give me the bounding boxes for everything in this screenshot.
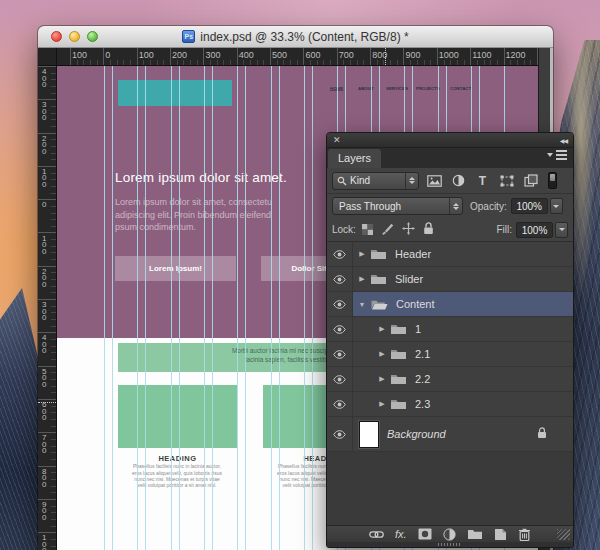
layer-name: Background	[387, 428, 446, 440]
layer-name: Header	[395, 248, 431, 260]
layer-row-background[interactable]: Background	[327, 417, 573, 452]
guide-line[interactable]	[304, 66, 305, 550]
ruler-v-label: 8 0 0	[42, 469, 46, 489]
smart-object-filter-icon[interactable]	[522, 173, 539, 189]
expand-arrow-icon[interactable]: ▶	[377, 400, 387, 408]
pixel-filter-icon[interactable]	[426, 173, 443, 189]
new-group-icon[interactable]	[467, 528, 483, 540]
expand-arrow-icon[interactable]: ▶	[377, 375, 387, 383]
layer-row-2-3[interactable]: ▶2.3	[327, 392, 573, 417]
guide-line[interactable]	[204, 66, 205, 550]
visibility-toggle[interactable]	[327, 392, 353, 416]
design-hero-heading: Lorem ipsum dolor sit amet.	[115, 170, 287, 185]
ruler-origin-corner[interactable]	[38, 48, 57, 66]
blend-mode-dropdown[interactable]: Pass Through	[332, 197, 463, 215]
layer-row-body[interactable]: ▶Slider	[353, 267, 573, 291]
layer-row-2-2[interactable]: ▶2.2	[327, 367, 573, 392]
new-adjustment-layer-icon[interactable]	[443, 528, 456, 541]
link-layers-icon[interactable]	[369, 530, 384, 539]
tab-layers[interactable]: Layers	[328, 149, 381, 168]
fill-value-field[interactable]: 100%	[516, 222, 553, 238]
kind-filter-dropdown[interactable]: Kind	[332, 172, 419, 190]
panel-bottom-grip[interactable]	[327, 542, 573, 547]
layer-row-body[interactable]: ▼Content	[353, 292, 573, 316]
collapse-arrow-icon[interactable]: ▼	[357, 301, 367, 308]
ruler-v-label: 0	[42, 202, 46, 209]
expand-arrow-icon[interactable]: ▶	[357, 275, 367, 283]
ruler-h-label: 500	[272, 50, 287, 60]
vertical-ruler[interactable]: 4 0 03 0 02 0 01 0 001 0 02 0 03 0 04 0 …	[38, 66, 57, 550]
ruler-h-label: 100	[72, 50, 87, 60]
guide-line[interactable]	[179, 66, 180, 550]
expand-arrow-icon[interactable]: ▶	[377, 325, 387, 333]
window-titlebar[interactable]: Ps index.psd @ 33.3% (Content, RGB/8) *	[38, 26, 553, 48]
filter-toggle-switch[interactable]	[548, 172, 557, 189]
panel-resize-grip[interactable]	[557, 529, 570, 540]
visibility-toggle[interactable]	[327, 292, 353, 316]
guide-line[interactable]	[245, 66, 246, 550]
layer-thumbnail	[359, 421, 379, 448]
layer-row-body[interactable]: Background	[353, 417, 573, 451]
guide-line[interactable]	[237, 66, 238, 550]
layer-row-2-1[interactable]: ▶2.1	[327, 342, 573, 367]
guide-line[interactable]	[279, 66, 280, 550]
ruler-v-label: 4 0 0	[42, 335, 46, 355]
guide-line[interactable]	[145, 66, 146, 550]
visibility-toggle[interactable]	[327, 267, 353, 291]
visibility-toggle[interactable]	[327, 242, 353, 266]
visibility-toggle[interactable]	[327, 417, 353, 451]
lock-all-icon[interactable]	[423, 221, 434, 239]
layer-row-header[interactable]: ▶Header	[327, 242, 573, 267]
layer-row-body[interactable]: ▶2.1	[353, 342, 573, 366]
expand-arrow-icon[interactable]: ▶	[357, 250, 367, 258]
lock-transparency-icon[interactable]	[362, 221, 373, 239]
close-button[interactable]	[51, 31, 62, 42]
type-filter-icon[interactable]: T	[474, 173, 491, 189]
guide-line[interactable]	[312, 66, 313, 550]
panel-tab-bar: Layers	[327, 148, 573, 168]
ruler-v-label: 6 0 0	[42, 402, 46, 422]
guide-line[interactable]	[112, 66, 113, 550]
delete-layer-icon[interactable]	[518, 528, 531, 541]
panel-collapse-icon[interactable]: ◀◀	[560, 137, 567, 144]
layer-row-body[interactable]: ▶2.3	[353, 392, 573, 416]
layer-row-body[interactable]: ▶Header	[353, 242, 573, 266]
layer-filter-row: Kind T	[327, 168, 573, 194]
layers-panel[interactable]: ✕ ◀◀ Layers Kind	[326, 132, 574, 548]
new-layer-icon[interactable]	[494, 528, 507, 541]
horizontal-ruler[interactable]: 1000100200300400500600700800900100011001…	[57, 48, 538, 66]
panel-menu-icon[interactable]	[547, 153, 567, 157]
minimize-button[interactable]	[69, 31, 80, 42]
visibility-toggle[interactable]	[327, 317, 353, 341]
kind-filter-label: Kind	[350, 175, 370, 186]
expand-arrow-icon[interactable]: ▶	[377, 350, 387, 358]
layer-row-1[interactable]: ▶1	[327, 317, 573, 342]
adjustment-filter-icon[interactable]	[450, 173, 467, 189]
layer-row-body[interactable]: ▶2.2	[353, 367, 573, 391]
opacity-value-field[interactable]: 100%	[511, 198, 548, 214]
guide-line[interactable]	[137, 66, 138, 550]
add-layer-mask-icon[interactable]	[418, 528, 432, 540]
visibility-toggle[interactable]	[327, 342, 353, 366]
shape-filter-icon[interactable]	[498, 173, 515, 189]
layer-styles-icon[interactable]: fx.	[395, 529, 407, 540]
zoom-button[interactable]	[87, 31, 98, 42]
opacity-dropdown-arrow[interactable]	[550, 198, 563, 214]
lock-move-icon[interactable]	[402, 221, 415, 239]
folder-icon	[390, 373, 407, 385]
design-nav-menu: HOMEABOUTSERVICESPROJECTSCONTACT	[57, 86, 538, 98]
layer-row-slider[interactable]: ▶Slider	[327, 267, 573, 292]
panel-close-icon[interactable]: ✕	[333, 135, 341, 145]
visibility-toggle[interactable]	[327, 367, 353, 391]
lock-paint-icon[interactable]	[381, 221, 394, 239]
fill-dropdown-arrow[interactable]	[555, 222, 568, 238]
layer-row-body[interactable]: ▶1	[353, 317, 573, 341]
guide-line[interactable]	[271, 66, 272, 550]
guide-line[interactable]	[104, 66, 105, 550]
guide-line[interactable]	[171, 66, 172, 550]
guide-line[interactable]	[212, 66, 213, 550]
layer-row-content[interactable]: ▼Content	[327, 292, 573, 317]
layer-name: 2.1	[415, 348, 430, 360]
ruler-h-label: 900	[406, 50, 421, 60]
panel-drag-bar[interactable]: ✕ ◀◀	[327, 133, 573, 148]
